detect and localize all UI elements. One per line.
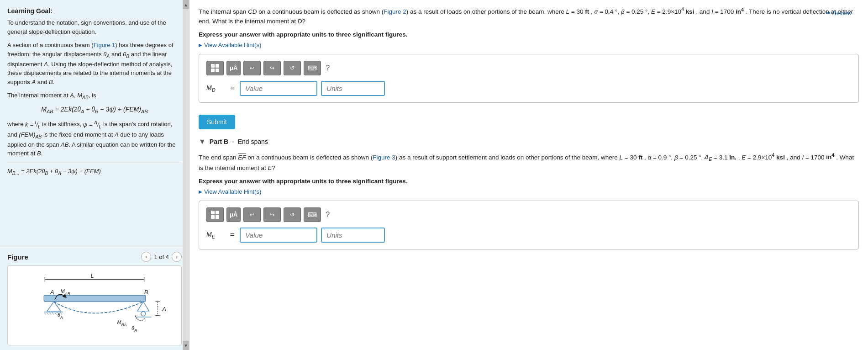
part-a-label: MD [206,84,225,93]
part-b-redo-icon: ↪ [270,212,274,218]
left-panel: Learning Goal: To understand the notatio… [0,0,189,350]
right-panel: ▪▪ Review The internal span CD on a cont… [189,0,868,350]
figure3-link[interactable]: Figure 3 [373,154,395,160]
part-b-hint-toggle[interactable]: ▶ View Available Hint(s) [199,188,859,195]
hint-triangle-icon: ▶ [199,42,202,48]
equation-mab: MAB = 2Ek(2θA + θB − 3ψ) + (FEM)AB [7,106,182,114]
grid-icon [211,64,219,72]
svg-marker-14 [137,302,149,311]
part-b-help-btn[interactable]: ? [326,211,330,219]
svg-line-11 [55,313,57,315]
mu-label: μÂ [230,64,237,71]
part-b-hint-triangle-icon: ▶ [199,189,202,194]
part-b-input-row: ME = [206,228,851,243]
svg-text:MBA: MBA [117,319,126,327]
part-a-answer-box: μÂ ↩ ↪ ↺ ⌨ ? MD [199,54,859,103]
svg-line-13 [60,313,62,315]
part-b-units-input[interactable] [321,228,385,243]
para4: where k = I/L is the stiffness, ψ = Δ/L … [7,119,182,158]
part-b-toggle[interactable]: ▼ [199,138,206,146]
figure-next-btn[interactable]: › [172,252,182,262]
svg-text:L: L [90,272,94,279]
part-a-toolbar: μÂ ↩ ↪ ↺ ⌨ ? [206,61,851,75]
undo-btn[interactable]: ↩ [243,61,261,75]
refresh-btn[interactable]: ↺ [284,61,301,75]
right-top: ▪▪ Review The internal span CD on a cont… [199,5,859,249]
part-b-grid-btn[interactable] [206,207,224,222]
part-a-problem: The internal span CD on a continuous bea… [199,5,859,27]
part-b-problem: The end span EF on a continuous beam is … [199,151,859,173]
part-b-grid-icon [211,211,219,219]
part-a-hint-toggle[interactable]: ▶ View Available Hint(s) [199,42,859,48]
part-b-value-input[interactable] [240,228,317,243]
figure-header: Figure ‹ 1 of 4 › [7,252,182,262]
refresh-icon: ↺ [290,65,295,71]
scrollbar[interactable]: ▲ ▼ [183,0,189,350]
svg-marker-5 [47,302,61,311]
svg-text:A: A [50,289,54,296]
undo-icon: ↩ [250,65,254,71]
svg-point-15 [141,312,146,316]
review-label: Review [832,10,852,16]
part-b-refresh-icon: ↺ [290,212,295,218]
scrollbar-up-btn[interactable]: ▲ [183,0,189,9]
para5: MB... = 2Ek(2θB + θA − 3ψ) + (FEM) [7,163,182,177]
part-b-undo-icon: ↩ [250,212,254,218]
figure-prev-btn[interactable]: ‹ [141,252,151,262]
para3: The internal moment at A, MAB, is [7,91,182,101]
part-b-toolbar: μÂ ↩ ↪ ↺ ⌨ ? [206,207,851,222]
svg-text:Δ: Δ [162,306,166,313]
svg-text:θA: θA [58,312,63,320]
figure-page: 1 of 4 [154,254,169,260]
scrollbar-down-btn[interactable]: ▼ [183,341,189,350]
part-a-instruction: Express your answer with appropriate uni… [199,31,859,38]
svg-text:θB: θB [132,325,137,333]
keyboard-btn[interactable]: ⌨ [304,61,321,75]
part-b-header: ▼ Part B - End spans [199,138,859,146]
para1: To understand the notation, sign convent… [7,18,182,36]
part-b-undo-btn[interactable]: ↩ [243,207,261,222]
equals-sign: = [230,84,234,92]
grid-btn[interactable] [206,61,224,75]
part-b-label-me: ME [206,231,225,239]
svg-rect-4 [44,295,145,302]
figure-title: Figure [7,253,28,261]
figure-nav: ‹ 1 of 4 › [141,252,182,262]
part-b-title: End spans [238,138,268,145]
part-b-hint-label: View Available Hint(s) [204,188,261,195]
svg-line-8 [47,313,48,315]
part-b-answer-box: μÂ ↩ ↪ ↺ ⌨ ? [199,201,859,249]
figure2-link[interactable]: Figure 2 [384,8,406,15]
part-b-mu-btn[interactable]: μÂ [226,207,241,222]
part-b-dash: - [232,138,234,145]
submit-btn[interactable]: Submit [199,115,235,129]
part-b-refresh-btn[interactable]: ↺ [284,207,301,222]
part-b-keyboard-icon: ⌨ [308,211,317,218]
para2: A section of a continuous beam (Figure 1… [7,41,182,86]
mu-btn[interactable]: μÂ [226,61,241,75]
review-btn[interactable]: ▪▪ Review [826,9,852,16]
part-b-equals-sign: = [230,231,234,239]
svg-line-9 [49,313,51,315]
redo-btn[interactable]: ↪ [263,61,281,75]
part-b-redo-btn[interactable]: ↪ [263,207,281,222]
figure-section: Figure ‹ 1 of 4 › L [0,247,189,350]
part-b-keyboard-btn[interactable]: ⌨ [304,207,321,222]
learning-goal-title: Learning Goal: [7,7,182,15]
svg-text:B: B [144,289,148,296]
keyboard-icon: ⌨ [308,64,317,72]
beam-diagram-svg: L A B [8,266,181,345]
svg-line-10 [52,313,54,315]
part-b-instruction: Express your answer with appropriate uni… [199,178,859,185]
left-panel-content: Learning Goal: To understand the notatio… [0,0,189,247]
part-a-value-input[interactable] [240,81,317,96]
figure1-link[interactable]: Figure 1 [94,42,116,48]
figure-image: L A B [7,265,182,345]
svg-line-7 [44,313,46,315]
part-a-units-input[interactable] [321,81,385,96]
part-b-mu-label: μÂ [230,211,237,218]
review-icon: ▪▪ [826,9,830,16]
part-b-label: Part B [210,138,228,145]
help-btn[interactable]: ? [326,64,330,72]
hint-label: View Available Hint(s) [204,42,261,48]
